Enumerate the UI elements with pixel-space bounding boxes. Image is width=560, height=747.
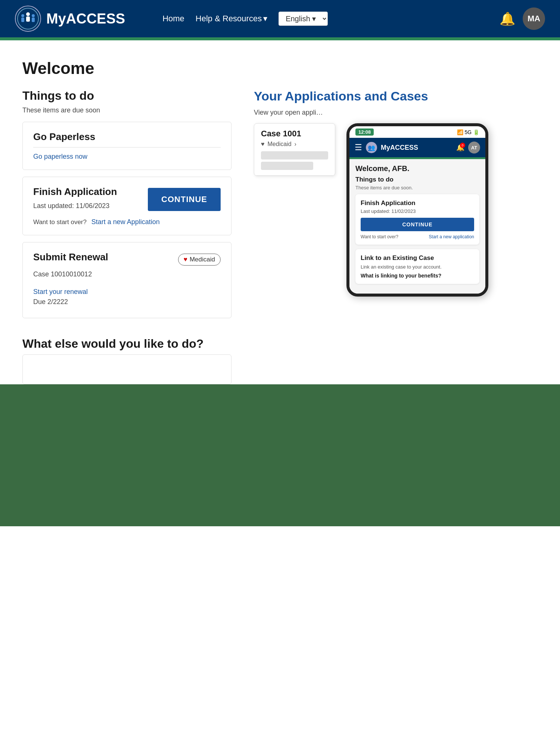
mobile-mockup: 12:08 📶 5G 🔋 ☰ 👥 MyACCESS 🔔 bbox=[346, 123, 488, 297]
start-renewal-link[interactable]: Start your renewal bbox=[33, 288, 88, 295]
finish-app-row: Finish Application Last updated: 11/06/2… bbox=[33, 186, 221, 213]
heart-icon: ♥ bbox=[184, 256, 187, 263]
mob-bell-container: 🔔 0 bbox=[456, 143, 464, 152]
medicaid-label: Medicaid bbox=[190, 256, 215, 263]
user-avatar[interactable]: MA bbox=[523, 7, 545, 30]
renewal-title: Submit Renewal bbox=[33, 251, 108, 263]
mob-start-over-row: Want to start over? Start a new applicat… bbox=[361, 234, 474, 239]
finish-application-card: Finish Application Last updated: 11/06/2… bbox=[22, 177, 231, 235]
language-select[interactable]: English ▾ Español bbox=[279, 12, 328, 26]
page-title: Welcome bbox=[22, 59, 538, 78]
renewal-due-date: Due 2/2222 bbox=[33, 298, 221, 306]
mob-finish-label: Last updated: 11/02/2023 bbox=[361, 208, 474, 214]
logo-container: MyACCESS bbox=[15, 6, 125, 32]
mobile-frame: 12:08 📶 5G 🔋 ☰ 👥 MyACCESS 🔔 bbox=[346, 123, 488, 297]
go-paperless-link[interactable]: Go paperless now bbox=[33, 153, 87, 160]
nav-home[interactable]: Home bbox=[162, 14, 184, 24]
renewal-card-row: Submit Renewal ♥ Medicaid bbox=[33, 251, 221, 267]
go-paperless-card: Go Paperless Go paperless now bbox=[22, 122, 231, 170]
notification-bell[interactable]: 🔔 bbox=[500, 11, 515, 26]
mob-welcome: Welcome, AFB. bbox=[355, 164, 479, 173]
green-bottom-section bbox=[0, 384, 560, 526]
mob-status-bar: 12:08 📶 5G 🔋 bbox=[349, 126, 485, 138]
what-else-section: What else would you like to do? bbox=[22, 337, 231, 384]
two-col-layout: Things to do These items are due soon Go… bbox=[22, 89, 538, 384]
apps-title: Your Applications and Cases bbox=[254, 89, 538, 103]
mob-things-subtitle: These items are due soon. bbox=[355, 185, 479, 190]
renewal-case-number: Case 10010010012 bbox=[33, 270, 221, 278]
case-blurred-rows bbox=[261, 151, 328, 170]
mob-link-case-question: What is linking to your benefits? bbox=[361, 273, 474, 279]
svg-point-1 bbox=[26, 12, 30, 16]
cases-preview-panel: Case 1001 ♥ Medicaid › bbox=[254, 123, 335, 176]
go-paperless-title: Go Paperless bbox=[33, 131, 221, 143]
case-preview-item: Case 1001 ♥ Medicaid › bbox=[254, 124, 335, 176]
mob-logo: 👥 bbox=[366, 142, 377, 153]
mob-header: ☰ 👥 MyACCESS 🔔 0 AT bbox=[349, 138, 485, 157]
mob-avatar: AT bbox=[468, 142, 480, 154]
mob-finish-title: Finish Application bbox=[361, 199, 474, 207]
nav-help-dropdown[interactable]: Help & Resources ▾ bbox=[196, 14, 267, 24]
mob-start-new-link[interactable]: Start a new application bbox=[429, 234, 474, 239]
finish-app-date: Last updated: 11/06/2023 bbox=[33, 202, 148, 210]
notification-count: 0 bbox=[460, 143, 465, 148]
what-else-title: What else would you like to do? bbox=[22, 337, 231, 351]
finish-app-title: Finish Application bbox=[33, 186, 148, 198]
mob-menu-icon: ☰ bbox=[355, 143, 362, 152]
continue-button[interactable]: CONTINUE bbox=[148, 188, 221, 211]
green-accent-bar bbox=[0, 37, 560, 40]
case-benefit: Medicaid bbox=[268, 141, 292, 148]
mob-link-case-title: Link to an Existing Case bbox=[361, 254, 474, 262]
medicaid-badge: ♥ Medicaid bbox=[178, 254, 221, 266]
finish-app-info: Finish Application Last updated: 11/06/2… bbox=[33, 186, 148, 213]
chevron-right-icon: › bbox=[295, 141, 296, 148]
svg-point-3 bbox=[21, 14, 24, 17]
apps-subtitle: View your open appli… bbox=[254, 109, 538, 117]
mob-continue-button[interactable]: CONTINUE bbox=[361, 218, 474, 231]
svg-rect-4 bbox=[21, 18, 24, 22]
svg-point-5 bbox=[32, 14, 35, 17]
logo-icon bbox=[15, 6, 41, 32]
things-subtitle: These items are due soon bbox=[22, 106, 231, 114]
left-column: Things to do These items are due soon Go… bbox=[22, 89, 231, 384]
main-nav: Home Help & Resources ▾ English ▾ Españo… bbox=[162, 12, 328, 26]
mob-signal: 📶 5G 🔋 bbox=[457, 129, 479, 135]
mob-body: Welcome, AFB. Things to do These items a… bbox=[349, 159, 485, 294]
mob-link-case-card: Link to an Existing Case Link an existin… bbox=[355, 249, 479, 284]
submit-renewal-card: Submit Renewal ♥ Medicaid Case 100100100… bbox=[22, 242, 231, 318]
mob-start-over-text: Want to start over? bbox=[361, 234, 398, 239]
svg-rect-2 bbox=[26, 16, 30, 22]
svg-rect-6 bbox=[32, 18, 35, 22]
start-over-text: Want to start over? bbox=[33, 218, 87, 226]
case-heart-icon: ♥ bbox=[261, 141, 265, 148]
apps-inner: Case 1001 ♥ Medicaid › bbox=[254, 123, 538, 297]
what-else-card bbox=[22, 354, 231, 384]
things-to-do-title: Things to do bbox=[22, 89, 231, 103]
main-content: Welcome Things to do These items are due… bbox=[0, 40, 560, 384]
mob-app-title: MyACCESS bbox=[381, 144, 418, 152]
start-over-row: Want to start over? Start a new Applicat… bbox=[33, 218, 221, 226]
mob-link-case-text: Link an existing case to your account. bbox=[361, 264, 474, 270]
start-new-application-link[interactable]: Start a new Application bbox=[91, 218, 160, 226]
main-header: MyACCESS Home Help & Resources ▾ English… bbox=[0, 0, 560, 37]
header-right: 🔔 MA bbox=[500, 7, 545, 30]
mob-finish-app-card: Finish Application Last updated: 11/02/2… bbox=[355, 194, 479, 245]
mob-things-title: Things to do bbox=[355, 176, 479, 183]
case-number: Case 1001 bbox=[261, 129, 328, 139]
case-benefit-row: ♥ Medicaid › bbox=[261, 141, 328, 148]
app-title: MyACCESS bbox=[46, 11, 125, 27]
right-column: Your Applications and Cases View your op… bbox=[254, 89, 538, 384]
mob-time: 12:08 bbox=[355, 128, 374, 136]
